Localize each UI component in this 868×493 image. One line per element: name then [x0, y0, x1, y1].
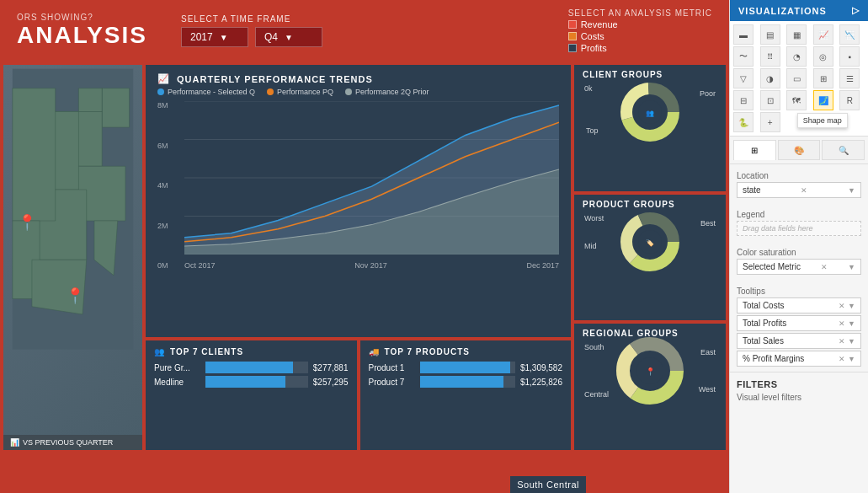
viz-icon-area[interactable]: 📉	[839, 24, 860, 45]
product-1-value: $1,309,582	[520, 363, 562, 372]
margins-remove[interactable]: ✕	[839, 355, 845, 363]
map-container: 📍 📍	[3, 65, 142, 435]
header-center: SELECT A TIME FRAME 2017 ▼ Q4 ▼	[181, 14, 322, 47]
viz-icon-card[interactable]: ▭	[786, 68, 807, 88]
viz-format-tab[interactable]: 🎨	[778, 140, 821, 160]
costs-menu[interactable]: ▼	[848, 302, 855, 310]
dashboard-body: 📍 📍 📊 VS PREVIOUS QUARTER 📈 QUARTERLY PE…	[0, 62, 729, 453]
regional-groups-card: REGIONAL GROUPS 📍 South East West Centra…	[574, 324, 726, 450]
regional-donut-labels: South East West Central	[583, 341, 717, 400]
selected-metric-tag[interactable]: Selected Metric ✕ ▼	[737, 259, 861, 275]
profits-menu[interactable]: ▼	[848, 319, 855, 328]
client-1-name: Pure Gr...	[154, 363, 200, 372]
product-mid-label: Mid	[584, 242, 597, 250]
client-2-name: Medline	[154, 378, 200, 387]
location-field-tag[interactable]: state ✕ ▼	[737, 182, 861, 198]
viz-icon-donut[interactable]: ◎	[813, 46, 833, 67]
header-left: ORS SHOWING? ANALYSIS	[17, 13, 147, 49]
legend-dot-orange	[267, 88, 274, 95]
location-dropdown[interactable]: ▼	[848, 186, 855, 195]
viz-icon-shape-map[interactable]: 🗾 Shape map	[813, 90, 833, 110]
viz-icon-table[interactable]: ⊟	[733, 90, 754, 110]
viz-expand-icon[interactable]: ▷	[852, 5, 860, 16]
revenue-checkbox	[568, 20, 577, 29]
costs-checkbox	[568, 32, 577, 40]
legend-dot-gray	[345, 88, 352, 95]
viz-fields-tab[interactable]: ⊞	[733, 140, 776, 160]
viz-icon-stacked-bar[interactable]: ▤	[760, 24, 780, 45]
viz-icon-pie[interactable]: ◔	[786, 46, 807, 67]
metric-dropdown[interactable]: ▼	[848, 263, 855, 271]
client-1-value: $277,881	[313, 363, 349, 372]
client-ok-label: 0k	[584, 84, 593, 93]
header-subtitle: ORS SHOWING?	[17, 13, 147, 22]
viz-icon-python[interactable]: 🐍	[733, 112, 754, 132]
metric-costs[interactable]: Costs	[568, 31, 712, 41]
sales-remove[interactable]: ✕	[839, 337, 845, 346]
y-0m: 0M	[157, 261, 181, 270]
map-panel: 📍 📍 📊 VS PREVIOUS QUARTER	[3, 65, 142, 450]
costs-remove[interactable]: ✕	[839, 302, 845, 310]
legend-2q-prior: Performance 2Q Prior	[345, 88, 429, 96]
color-saturation-section: Color saturation Selected Metric ✕ ▼	[730, 241, 868, 280]
viz-icon-kpi[interactable]: ⊞	[813, 68, 833, 88]
metric-remove[interactable]: ✕	[821, 263, 828, 271]
viz-icon-scatter[interactable]: ⠿	[760, 46, 780, 67]
viz-icon-treemap[interactable]: ▪	[839, 46, 860, 67]
header-title: ANALYSIS	[17, 22, 147, 49]
y-8m: 8M	[157, 101, 181, 110]
viz-icon-r[interactable]: R	[839, 90, 860, 110]
year-dropdown-arrow: ▼	[220, 33, 228, 42]
viz-header: VISUALIZATIONS ▷	[730, 0, 868, 21]
bottom-charts: 👥 TOP 7 CLIENTS Pure Gr... $277,881 Medl…	[146, 340, 571, 450]
products-title: 🚚 TOP 7 PRODUCTS	[369, 347, 563, 356]
margins-menu[interactable]: ▼	[848, 355, 855, 363]
x-dec: Dec 2017	[526, 261, 559, 270]
legend-selected-q: Performance - Selected Q	[157, 88, 255, 96]
profits-remove[interactable]: ✕	[839, 319, 845, 328]
metric-revenue[interactable]: Revenue	[568, 19, 712, 29]
south-central-label: South Central	[510, 476, 586, 493]
analysis-label: SELECT AN ANALYSIS METRIC	[568, 8, 712, 18]
regional-groups-donut: 📍 South East West Central	[583, 341, 717, 400]
tooltip-margins-controls: ✕ ▼	[839, 355, 855, 363]
charts-area: 📈 QUARTERLY PERFORMANCE TRENDS Performan…	[146, 65, 571, 450]
x-nov: Nov 2017	[354, 261, 387, 270]
tooltips-section: Tooltips Total Costs ✕ ▼ Total Profits ✕…	[730, 280, 868, 372]
viz-icon-custom[interactable]: +	[760, 112, 780, 132]
viz-icon-gauge[interactable]: ◑	[760, 68, 780, 88]
viz-icon-clustered-bar[interactable]: ▦	[786, 24, 807, 45]
viz-icon-bar[interactable]: ▬	[733, 24, 754, 45]
quarter-dropdown[interactable]: Q4 ▼	[255, 27, 322, 47]
metric-options: Revenue Costs Profits	[568, 19, 712, 53]
shape-map-tooltip: Shape map	[797, 113, 848, 128]
viz-icon-slicer[interactable]: ☰	[839, 68, 860, 88]
year-dropdown[interactable]: 2017 ▼	[181, 27, 248, 47]
product-1-bar	[420, 362, 511, 373]
products-icon: 🚚	[369, 347, 380, 356]
viz-icon-ribbon[interactable]: 〜	[733, 46, 754, 67]
tooltip-total-sales[interactable]: Total Sales ✕ ▼	[737, 333, 861, 349]
viz-icon-line[interactable]: 📈	[813, 24, 833, 45]
sales-menu[interactable]: ▼	[848, 337, 855, 346]
viz-icon-funnel[interactable]: ▽	[733, 68, 754, 88]
viz-icon-map[interactable]: 🗺	[786, 90, 807, 110]
metric-profits[interactable]: Profits	[568, 43, 712, 53]
product-1-name: Product 1	[369, 363, 415, 372]
product-donut-labels: Worst Mid Best	[583, 212, 717, 271]
location-remove[interactable]: ✕	[801, 186, 807, 195]
tooltip-profit-margins[interactable]: % Profit Margins ✕ ▼	[737, 351, 861, 367]
tooltip-total-costs[interactable]: Total Costs ✕ ▼	[737, 297, 861, 313]
tooltips-label: Tooltips	[737, 283, 861, 296]
viz-icon-matrix[interactable]: ⊡	[760, 90, 780, 110]
map-location-icon: 📍	[18, 213, 36, 232]
viz-analytics-tab[interactable]: 🔍	[822, 140, 865, 160]
y-4m: 4M	[157, 181, 181, 190]
color-saturation-label: Color saturation	[737, 244, 861, 257]
legend-pq: Performance PQ	[267, 88, 333, 96]
legend-dot-blue	[157, 88, 164, 95]
viz-fields-content: Location state ✕ ▼ Legend Drag data fiel…	[730, 164, 868, 493]
legend-label: Legend	[737, 206, 861, 219]
y-6m: 6M	[157, 142, 181, 150]
tooltip-total-profits[interactable]: Total Profits ✕ ▼	[737, 315, 861, 331]
